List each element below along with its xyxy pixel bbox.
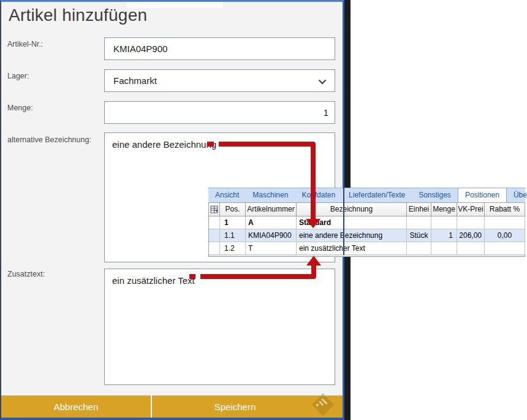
cell-bezeichnung: ein zusätzlicher Text [297, 242, 407, 255]
table-row[interactable]: 1.1 KMIA04P900 eine andere Bezeichnung S… [209, 229, 525, 242]
lager-label: Lager: [7, 72, 29, 80]
cell-bezeichnung: eine andere Bezeichnung [297, 229, 407, 242]
grid-bottom-edge [208, 255, 525, 257]
cell-einheit [407, 242, 431, 255]
tab-lieferdaten-texte[interactable]: Lieferdaten/Texte [342, 188, 412, 202]
cell-rabatt [485, 216, 525, 229]
cell-vk-preis: 206,00 [457, 229, 485, 242]
cell-vk-preis [457, 216, 485, 229]
table-header-row: Pos. Artikelnummer Bezeichnung Einhei Me… [209, 203, 525, 216]
menge-input[interactable]: 1 [104, 101, 335, 124]
row-selector-cell [209, 242, 220, 255]
cell-einheit [407, 216, 431, 229]
cell-menge: 1 [431, 229, 457, 242]
cell-artikelnummer: A [246, 216, 297, 229]
zusatztext-textarea[interactable]: ein zusätzlicher Text [104, 269, 335, 385]
cancel-button[interactable]: Abbrechen [1, 395, 151, 418]
table-row[interactable]: 1.2 T ein zusätzlicher Text [209, 242, 525, 255]
col-header-vk-preis[interactable]: VK-Prei [457, 203, 485, 216]
col-header-rabatt[interactable]: Rabatt % [485, 203, 525, 216]
artikel-nr-input[interactable]: KMIA04P900 [104, 37, 335, 60]
cell-pos: 1.2 [220, 242, 246, 255]
col-header-artikelnummer[interactable]: Artikelnummer [246, 203, 297, 216]
cell-vk-preis [457, 242, 485, 255]
dialog-title: Artikel hinzufügen [9, 6, 147, 25]
cell-rabatt [485, 242, 525, 255]
positions-grid-overlay: Ansicht Maschinen Kopfdaten Lieferdaten/… [208, 188, 525, 257]
tab-positionen[interactable]: Positionen [458, 188, 507, 202]
cell-artikelnummer: T [246, 242, 297, 255]
screenshot-canvas: Artikel hinzufügen Artikel-Nr.: KMIA04P9… [0, 0, 527, 420]
tab-kopfdaten[interactable]: Kopfdaten [295, 188, 342, 202]
title-bar-highlight [127, 2, 222, 8]
brand-glyph [316, 398, 328, 410]
cell-pos: 1 [220, 216, 246, 229]
col-header-menge[interactable]: Menge [431, 203, 457, 216]
cell-artikelnummer: KMIA04P900 [246, 229, 297, 242]
tab-ansicht[interactable]: Ansicht [208, 188, 246, 202]
cell-menge [431, 216, 457, 229]
tab-sonstiges[interactable]: Sonstiges [412, 188, 458, 202]
col-header-bezeichnung[interactable]: Bezeichnung [297, 203, 407, 216]
window-edge-thin-line [343, 188, 344, 255]
artikel-nr-label: Artikel-Nr.: [7, 40, 43, 48]
cell-bezeichnung: Standard [297, 216, 407, 229]
tab-bar: Ansicht Maschinen Kopfdaten Lieferdaten/… [208, 188, 525, 202]
tab-maschinen[interactable]: Maschinen [246, 188, 295, 202]
dialog-button-bar: Abbrechen Speichern [1, 395, 343, 418]
cell-einheit: Stück [407, 229, 431, 242]
alternative-bezeichnung-label: alternative Bezeichnung: [7, 136, 91, 144]
zusatztext-label: Zusatztext: [7, 270, 45, 278]
cell-pos: 1.1 [220, 229, 246, 242]
cell-rabatt: 0,00 [485, 229, 525, 242]
table-row[interactable]: 1 A Standard [209, 216, 525, 229]
grid-selector-icon[interactable] [209, 203, 220, 216]
cell-menge [431, 242, 457, 255]
col-header-pos[interactable]: Pos. [220, 203, 246, 216]
tab-uebersicht[interactable]: Übersicht [507, 188, 527, 202]
lager-selected-value: Fachmarkt [113, 75, 157, 86]
positions-table: Pos. Artikelnummer Bezeichnung Einhei Me… [208, 202, 525, 255]
lager-select[interactable]: Fachmarkt [104, 69, 335, 92]
row-selector-cell [209, 229, 220, 242]
col-header-einheit[interactable]: Einhei [407, 203, 431, 216]
menge-label: Menge: [7, 104, 33, 112]
row-selector-cell [209, 216, 220, 229]
chevron-down-icon [318, 79, 327, 85]
